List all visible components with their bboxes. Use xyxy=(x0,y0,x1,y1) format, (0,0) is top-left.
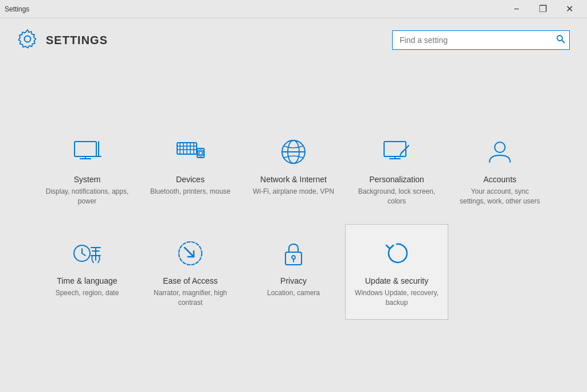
svg-point-0 xyxy=(25,36,31,42)
privacy-icon xyxy=(276,236,311,271)
window-controls: − ❐ ✕ xyxy=(503,0,582,18)
svg-line-38 xyxy=(185,248,194,257)
minimize-button[interactable]: − xyxy=(503,0,530,18)
settings-content: System Display, notifications, apps, pow… xyxy=(0,62,587,392)
update-icon xyxy=(379,236,414,271)
window-title: Settings xyxy=(5,5,29,13)
settings-item-devices[interactable]: Devices Bluetooth, printers, mouse xyxy=(139,123,242,218)
settings-item-network[interactable]: Network & Internet Wi-Fi, airplane mode,… xyxy=(242,123,345,218)
time-title: Time & language xyxy=(57,276,117,285)
app-header: SETTINGS xyxy=(0,18,587,62)
settings-item-privacy[interactable]: Privacy Location, camera xyxy=(242,224,345,320)
title-bar: Settings − ❐ ✕ xyxy=(0,0,587,18)
privacy-desc: Location, camera xyxy=(267,288,320,298)
system-title: System xyxy=(74,175,101,184)
svg-point-17 xyxy=(199,151,202,155)
svg-rect-3 xyxy=(75,142,96,156)
search-button[interactable] xyxy=(556,34,565,46)
network-desc: Wi-Fi, airplane mode, VPN xyxy=(253,187,334,197)
privacy-title: Privacy xyxy=(280,276,307,285)
accounts-title: Accounts xyxy=(483,175,516,184)
maximize-button[interactable]: ❐ xyxy=(530,0,556,18)
settings-item-personalization[interactable]: Personalization Background, lock screen,… xyxy=(345,123,448,218)
svg-point-18 xyxy=(198,150,204,156)
ease-icon xyxy=(173,236,208,271)
svg-line-26 xyxy=(407,146,409,147)
devices-icon xyxy=(173,135,208,169)
accounts-desc: Your account, sync settings, work, other… xyxy=(457,187,542,206)
settings-item-accounts[interactable]: Accounts Your account, sync settings, wo… xyxy=(448,123,551,218)
update-title: Update & security xyxy=(365,276,429,285)
system-desc: Display, notifications, apps, power xyxy=(45,187,130,206)
personalization-icon xyxy=(379,135,414,169)
app-title: SETTINGS xyxy=(46,34,108,47)
ease-title: Ease of Access xyxy=(163,276,218,285)
time-icon xyxy=(70,236,104,271)
personalization-desc: Background, lock screen, colors xyxy=(354,187,439,206)
svg-point-29 xyxy=(495,142,505,152)
update-desc: Windows Update, recovery, backup xyxy=(354,288,439,308)
network-icon xyxy=(276,135,311,169)
svg-line-32 xyxy=(82,253,85,256)
devices-title: Devices xyxy=(176,175,205,184)
personalization-title: Personalization xyxy=(369,175,424,184)
search-input[interactable] xyxy=(392,30,570,50)
close-button[interactable]: ✕ xyxy=(556,0,582,18)
svg-line-2 xyxy=(562,40,565,43)
settings-grid: System Display, notifications, apps, pow… xyxy=(36,123,551,319)
svg-rect-39 xyxy=(285,252,302,265)
settings-item-update[interactable]: Update & security Windows Update, recove… xyxy=(345,224,448,320)
time-desc: Speech, region, date xyxy=(56,288,119,298)
settings-item-system[interactable]: System Display, notifications, apps, pow… xyxy=(36,123,139,218)
network-title: Network & Internet xyxy=(260,175,327,184)
settings-item-time[interactable]: Time & language Speech, region, date xyxy=(36,224,139,320)
search-box xyxy=(392,30,570,50)
ease-desc: Narrator, magnifier, high contrast xyxy=(148,288,233,308)
settings-gear-icon xyxy=(17,29,38,52)
system-icon xyxy=(70,135,104,169)
devices-desc: Bluetooth, printers, mouse xyxy=(150,187,230,197)
accounts-icon xyxy=(483,135,517,169)
header-left: SETTINGS xyxy=(17,29,108,52)
svg-rect-22 xyxy=(384,142,406,156)
settings-item-ease[interactable]: Ease of Access Narrator, magnifier, high… xyxy=(139,224,242,320)
